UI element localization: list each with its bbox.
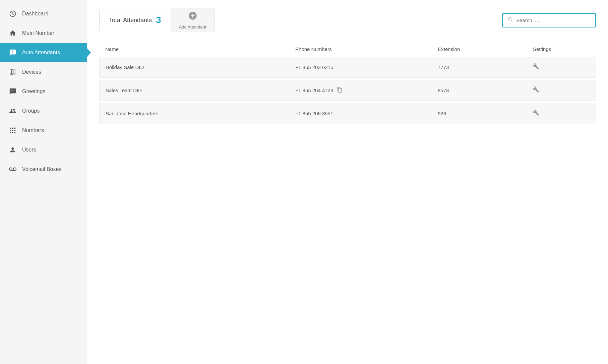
- table-row: Sales Team DID +1 855 204 4723 8573: [99, 80, 596, 101]
- sidebar-item-main-number-label: Main Number: [22, 30, 54, 36]
- row-1-extension: 7773: [438, 64, 533, 70]
- row-3-phone: +1 855 206 3551: [295, 111, 438, 116]
- column-header-name: Name: [105, 46, 295, 52]
- sidebar-item-users-label: Users: [22, 147, 36, 153]
- column-header-settings: Settings: [533, 46, 590, 52]
- sidebar-item-auto-attendants-label: Auto Attendants: [22, 50, 60, 56]
- row-1-phone: +1 855 203 6215: [295, 64, 438, 70]
- table-header: Name Phone Numbers Extension Settings: [99, 43, 596, 55]
- row-1-settings: [533, 63, 590, 71]
- sidebar-item-voicemail-boxes-label: Voicemail Boxes: [22, 166, 61, 172]
- sidebar-item-numbers[interactable]: Numbers: [0, 121, 87, 140]
- sidebar-item-voicemail-boxes[interactable]: Voicemail Boxes: [0, 160, 87, 179]
- row-2-settings: [533, 86, 590, 95]
- top-bar: Total Attendants 3 Add Attendant: [99, 8, 596, 32]
- dashboard-icon: [8, 10, 17, 17]
- header-left: Total Attendants 3 Add Attendant: [99, 8, 215, 32]
- main-content: Total Attendants 3 Add Attendant: [87, 0, 608, 364]
- row-2-name: Sales Team DID: [106, 87, 295, 93]
- column-header-extension: Extension: [438, 46, 533, 52]
- copy-icon[interactable]: [337, 87, 343, 94]
- sidebar-item-greetings[interactable]: Greetings: [0, 82, 87, 101]
- numbers-icon: [8, 127, 17, 134]
- sidebar-item-greetings-label: Greetings: [22, 88, 45, 95]
- total-attendants-box: Total Attendants 3: [99, 9, 171, 31]
- greetings-icon: [8, 88, 17, 95]
- attendant-icon: [8, 49, 17, 56]
- attendants-table: Name Phone Numbers Extension Settings Ho…: [99, 43, 596, 124]
- row-2-extension: 8573: [438, 87, 533, 93]
- table-row: Holiday Sale DID +1 855 203 6215 7773: [99, 57, 596, 78]
- home-icon: [8, 29, 17, 37]
- sidebar-item-users[interactable]: Users: [0, 140, 87, 160]
- sidebar-item-dashboard-label: Dashboard: [22, 11, 48, 17]
- devices-icon: [8, 68, 17, 76]
- settings-wrench-icon[interactable]: [533, 63, 539, 71]
- sidebar: Dashboard Main Number Auto Attendants De…: [0, 0, 87, 364]
- search-input[interactable]: [516, 17, 591, 23]
- add-attendant-button[interactable]: Add Attendant: [171, 8, 215, 32]
- users-icon: [8, 146, 17, 154]
- voicemail-icon: [8, 166, 17, 173]
- sidebar-item-devices-label: Devices: [22, 69, 41, 75]
- sidebar-item-dashboard[interactable]: Dashboard: [0, 4, 87, 23]
- search-box: [502, 13, 596, 27]
- settings-wrench-icon[interactable]: [533, 109, 539, 118]
- total-attendants-label: Total Attendants: [109, 17, 152, 24]
- sidebar-item-devices[interactable]: Devices: [0, 62, 87, 82]
- add-attendant-label: Add Attendant: [179, 24, 206, 29]
- sidebar-item-groups-label: Groups: [22, 108, 40, 114]
- groups-icon: [8, 107, 17, 115]
- row-3-extension: 926: [438, 111, 533, 116]
- settings-wrench-icon[interactable]: [533, 86, 539, 95]
- sidebar-item-numbers-label: Numbers: [22, 127, 44, 133]
- total-count: 3: [156, 15, 161, 25]
- row-2-phone-number: +1 855 204 4723: [295, 87, 333, 93]
- sidebar-item-main-number[interactable]: Main Number: [0, 23, 87, 43]
- sidebar-item-groups[interactable]: Groups: [0, 101, 87, 121]
- row-2-phone: +1 855 204 4723: [295, 87, 438, 94]
- row-3-settings: [533, 109, 590, 118]
- search-icon: [507, 16, 513, 24]
- table-row: San Jose Headquarters +1 855 206 3551 92…: [99, 103, 596, 124]
- add-attendant-icon: [188, 11, 197, 22]
- column-header-phone: Phone Numbers: [295, 46, 438, 52]
- sidebar-item-auto-attendants[interactable]: Auto Attendants: [0, 43, 87, 62]
- row-1-name: Holiday Sale DID: [106, 64, 295, 70]
- row-3-name: San Jose Headquarters: [106, 111, 295, 116]
